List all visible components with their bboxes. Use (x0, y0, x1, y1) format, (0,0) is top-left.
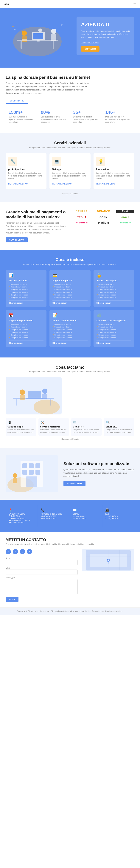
incluso-item: Excepteur sint occaecat (52, 293, 87, 296)
contact-info-value: +1 (234) 567-8900+1 (234) 567-8901 (41, 515, 67, 520)
navbar-logo: logo (4, 3, 9, 5)
facciamo-main (6, 377, 134, 414)
menu-icon[interactable]: ☰ (133, 2, 136, 6)
incluso-item: Duis aute irure dolore (96, 326, 132, 328)
svg-point-10 (51, 29, 56, 34)
facciamo-sub: Sample text. Click to select the text bo… (6, 371, 134, 373)
volume-logos: CROLLABINANCEEV3ATESLASONYcrocs✦ animoid… (73, 210, 134, 224)
svg-rect-30 (20, 395, 25, 400)
contact-info-label: FAX (105, 513, 132, 515)
incluso-item: Excepteur sint occaecat (52, 288, 87, 291)
servizi-card-title: Innovazioni (96, 168, 132, 170)
servizi-card-desc: Sample text. Click to select the text bo… (8, 172, 44, 180)
volume-heading: Grande volume di pagamenti o modello di … (6, 210, 67, 219)
svg-text:🔧: 🔧 (10, 159, 16, 164)
logo-item: ✦ animoid (73, 222, 91, 224)
incluso-card-list: Duis aute irure doloreDuis aute irure do… (96, 323, 132, 339)
stat-number: 150m+ (8, 110, 35, 115)
facciamo-cards: 📱 Sviluppo di app Sample text. Click to … (6, 418, 134, 436)
footer-text: Sample text. Click to select the text bo… (6, 610, 134, 612)
svg-rect-37 (29, 463, 33, 468)
logo-item: EV3A (116, 210, 134, 213)
incluso-card-price: $ Lorem ipsum (52, 301, 87, 304)
social-icon-t[interactable]: t (13, 549, 18, 554)
incluso-card-title: Dashboard per sviluppatori (96, 319, 132, 322)
svg-rect-42 (26, 476, 37, 487)
facciamo-illustration (6, 377, 62, 414)
hero-link[interactable]: Consegne di Pronto (81, 41, 130, 44)
svg-rect-25 (16, 399, 17, 405)
spina-btn[interactable]: SCOPRI DI PIÙ (6, 98, 28, 104)
facciamo-card: 📱 Sviluppo di app Sample text. Click to … (6, 418, 36, 436)
servizi-card-link[interactable]: PER SAPERNE DI PIÙ (8, 183, 28, 185)
servizi-card-link[interactable]: PER SAPERNE DI PIÙ (96, 183, 116, 185)
incluso-grid: 📊 Gestisci gli affari Duis aute irure do… (6, 270, 134, 347)
incluso-item: Duis aute irure dolore (8, 323, 44, 326)
svg-point-54 (108, 559, 109, 561)
software-text: Soluzioni software personalizzate Quam n… (64, 461, 134, 486)
contact-info-label: LA NOSTRA SEDE PRINCIPALE (8, 513, 35, 517)
hero-cta-button[interactable]: CONTATTO (81, 46, 99, 52)
facciamo-card-icon: 🛠️ (40, 421, 67, 425)
contact-form-heading: METTITI IN CONTATTO (6, 538, 134, 542)
social-icon-in[interactable]: in (27, 549, 32, 554)
footer: Sample text. Click to select the text bo… (0, 608, 140, 615)
svg-point-43 (13, 473, 17, 478)
incluso-item: Duis aute irure dolore (8, 286, 44, 288)
hero-title: AZIENDA IT (81, 22, 130, 28)
message-label: Messaggio (6, 577, 78, 579)
message-textarea[interactable] (6, 579, 78, 594)
stat-label: Duis aute irure dolor in reprehenderit i… (8, 116, 35, 123)
stat-item: 150m+ Duis aute irure dolor in reprehend… (6, 107, 38, 126)
incluso-item: Excepteur sint occaecat (8, 288, 44, 291)
incluso-item: Excepteur sint occaecat (96, 329, 132, 331)
incluso-card-icon: 📅 (8, 313, 44, 318)
submit-button[interactable]: INVIA (6, 597, 19, 602)
name-input[interactable] (6, 560, 78, 565)
logo-item: android ✦ (116, 222, 134, 224)
contact-form-paragraph: Phasellus varius tortor nisi, quis eleme… (6, 543, 134, 545)
incluso-card-icon: 🔒 (96, 273, 132, 278)
logo-item: BINANCE (95, 210, 113, 213)
volume-btn[interactable]: SCOPRI DI PIÙ (6, 237, 28, 242)
incluso-card-list: Duis aute irure doloreDuis aute irure do… (52, 323, 87, 339)
servizi-card: 💻 Sviluppo Sample text. Click to select … (49, 153, 90, 189)
incluso-item: Duis aute irure dolore (8, 283, 44, 286)
stat-label: Duis aute irure dolor in reprehenderit i… (41, 116, 67, 123)
social-icon-y[interactable]: y (20, 549, 25, 554)
form-group-name: Nome (6, 557, 78, 565)
incluso-card-title: Gestisci gli affari (8, 279, 44, 282)
social-icon-f[interactable]: f (6, 549, 11, 554)
facciamo-card-icon: 📱 (7, 421, 34, 425)
incluso-card: 📊 Gestisci gli affari Duis aute irure do… (6, 270, 46, 307)
servizi-card-icon: 💻 (52, 157, 61, 166)
incluso-item: Duis aute irure dolore (96, 283, 132, 286)
incluso-item: Excepteur sint occaecat (96, 296, 132, 299)
hero-text-box: AZIENDA IT Duis aute irure dolor in repr… (76, 17, 134, 55)
logo-item: CROLLA (73, 210, 91, 213)
facciamo-card-desc: Sample text. Click to select the text. C… (7, 429, 34, 434)
svg-point-23 (33, 400, 60, 414)
logo-item: TESLA (73, 216, 91, 219)
software-paragraph: Quam nulla porttitor massa id neque aliq… (64, 468, 134, 478)
email-input[interactable] (6, 569, 78, 575)
svg-point-31 (42, 389, 47, 394)
software-btn[interactable]: SCOPRI DI PIÙ (64, 481, 86, 486)
contact-info-item: 📞 NUMERO DI TELEFONO +1 (234) 567-8900+1… (38, 505, 70, 527)
facciamo-card-icon: 🔍 (106, 421, 133, 425)
incluso-item: Excepteur sint occaecat (8, 329, 44, 331)
facciamo-card-icon: 🛒 (73, 421, 100, 425)
incluso-card-list: Duis aute irure doloreDuis aute irure do… (8, 283, 44, 299)
spina-paragraph: Paragraph ipsum dolor sit amet, consecte… (6, 82, 91, 95)
stat-item: 90% Duis aute irure dolor in reprehender… (38, 107, 70, 126)
svg-rect-26 (50, 399, 51, 405)
stat-label: Duis aute irure dolor in reprehenderit i… (73, 116, 99, 123)
incluso-item: Excepteur sint occaecat (96, 288, 132, 291)
servizi-card: 💡 Innovazioni Sample text. Click to sele… (94, 153, 134, 189)
incluso-item: Duis aute irure dolore (52, 323, 87, 326)
incluso-item: Excepteur sint occaecat (52, 331, 87, 334)
servizi-card-link[interactable]: PER SAPERNE DI PIÙ (52, 183, 71, 185)
svg-point-14 (15, 29, 16, 30)
incluso-section: Cosa è incluso Ottieni oltre 150 funzion… (0, 250, 140, 358)
incluso-item: Excepteur sint occaecat (8, 291, 44, 293)
